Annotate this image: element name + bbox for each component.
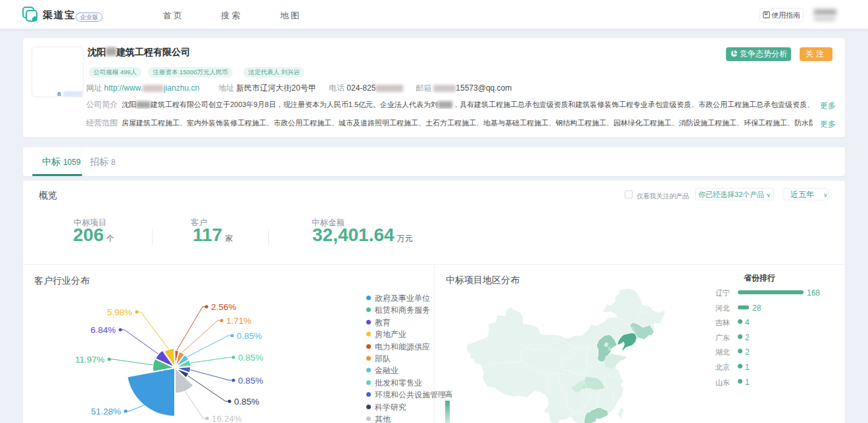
svg-text:11.97%: 11.97% [75,355,105,365]
svg-text:0.85%: 0.85% [238,376,263,386]
svg-text:16.24%: 16.24% [212,414,242,423]
svg-text:5.98%: 5.98% [107,307,132,317]
svg-text:0.85%: 0.85% [238,353,263,363]
svg-text:1.71%: 1.71% [226,316,251,326]
svg-text:2.56%: 2.56% [211,302,236,312]
svg-text:6.84%: 6.84% [91,325,116,335]
svg-text:0.85%: 0.85% [234,397,259,407]
svg-text:51.28%: 51.28% [91,407,121,416]
svg-text:0.85%: 0.85% [237,331,262,341]
